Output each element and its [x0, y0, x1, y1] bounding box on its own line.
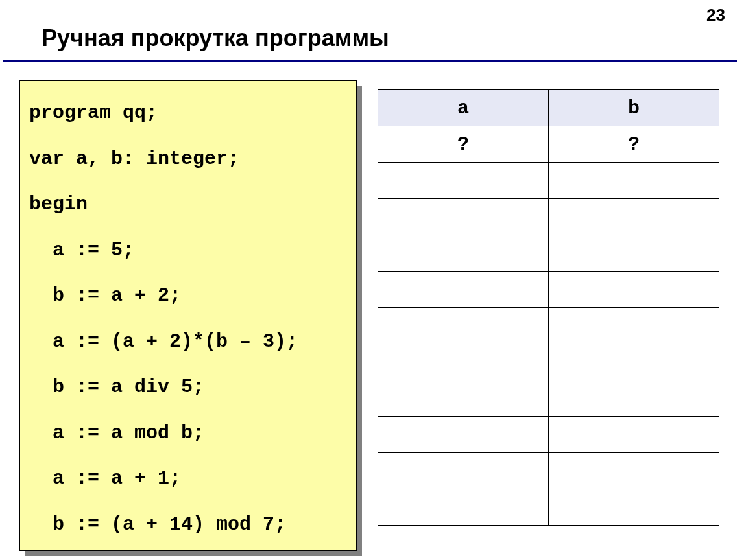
- trace-table: a b ? ?: [378, 89, 719, 526]
- table-header-b: b: [549, 90, 719, 126]
- table-row: [378, 344, 719, 380]
- table-row: [378, 453, 719, 489]
- table-cell: [549, 163, 719, 199]
- table-cell: [549, 380, 719, 417]
- table-row: [378, 308, 719, 344]
- table-row: [378, 380, 719, 417]
- table-row: [378, 163, 719, 199]
- table-cell: [378, 163, 549, 199]
- heading-underline: [3, 60, 737, 62]
- code-block: program qq; var a, b: integer; begin a :…: [19, 80, 357, 551]
- table-cell: [378, 380, 549, 417]
- table-cell: [549, 489, 719, 526]
- table-header-row: a b: [378, 90, 719, 126]
- table-cell: [549, 417, 719, 453]
- table-cell: [378, 453, 549, 489]
- table-row: [378, 417, 719, 453]
- table-cell: [378, 199, 549, 235]
- table-row: [378, 272, 719, 308]
- table-cell: [549, 199, 719, 235]
- table-cell: [378, 235, 549, 272]
- table-cell: ?: [549, 126, 719, 163]
- table-row: [378, 235, 719, 272]
- table-cell: [549, 453, 719, 489]
- table-cell: [549, 344, 719, 380]
- table-cell: [378, 489, 549, 526]
- table-cell: ?: [378, 126, 549, 163]
- page-number: 23: [706, 5, 725, 25]
- table-cell: [378, 344, 549, 380]
- table-row: ? ?: [378, 126, 719, 163]
- table-cell: [549, 235, 719, 272]
- table-cell: [549, 272, 719, 308]
- table-cell: [378, 272, 549, 308]
- slide-heading: Ручная прокрутка программы: [42, 25, 389, 52]
- table-header-a: a: [378, 90, 549, 126]
- table-row: [378, 199, 719, 235]
- code-block-wrap: program qq; var a, b: integer; begin a :…: [19, 80, 357, 551]
- table-cell: [378, 308, 549, 344]
- table-cell: [378, 417, 549, 453]
- table-row: [378, 489, 719, 526]
- table-cell: [549, 308, 719, 344]
